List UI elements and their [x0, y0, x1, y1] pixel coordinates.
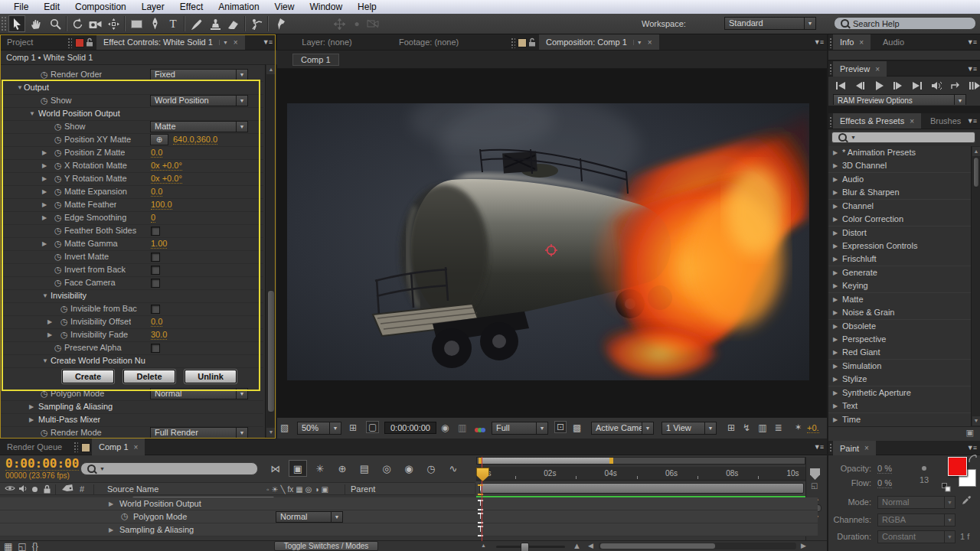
- last-frame-button[interactable]: [909, 79, 925, 92]
- category-row[interactable]: ▶Matte: [828, 293, 971, 307]
- delete-button[interactable]: Delete: [123, 370, 175, 383]
- new-folder-icon[interactable]: ▣: [966, 428, 974, 438]
- stopwatch-icon[interactable]: ◷: [54, 200, 62, 210]
- preview-timecode[interactable]: 0:00:00:00: [384, 422, 436, 434]
- time-ruler[interactable]: 0s02s04s06s08s10s: [476, 467, 805, 481]
- pan-behind-tool[interactable]: [105, 15, 122, 32]
- timeline-tool-icon[interactable]: ◎: [377, 460, 396, 477]
- viewer-option-icon[interactable]: ↯: [743, 422, 750, 433]
- stopwatch-icon[interactable]: ◷: [60, 317, 68, 327]
- panel-menu-icon[interactable]: ▼≡: [814, 443, 823, 451]
- param-dropdown[interactable]: Full Render▼: [150, 427, 248, 439]
- transparency-grid-icon[interactable]: ▩: [573, 422, 581, 433]
- timeline-row[interactable]: ▶Sampling & Aliasing: [0, 523, 818, 536]
- category-row[interactable]: ▶Synthetic Aperture: [828, 386, 971, 400]
- expand-arrow-icon[interactable]: ▶: [833, 336, 838, 343]
- category-row[interactable]: ▶Text: [828, 399, 971, 413]
- stopwatch-icon[interactable]: ◷: [54, 161, 62, 171]
- next-frame-button[interactable]: [890, 79, 906, 92]
- menu-item-window[interactable]: Window: [302, 2, 350, 12]
- zoom-in-mountain-icon[interactable]: ▲: [573, 541, 581, 550]
- tab-comp-timeline[interactable]: Comp 1 ×: [92, 439, 145, 455]
- workspace-dropdown[interactable]: Standard▼: [724, 17, 816, 30]
- expand-arrow-icon[interactable]: ▶: [833, 189, 838, 196]
- unlock-icon[interactable]: [86, 37, 93, 48]
- audio-icon[interactable]: [18, 484, 28, 494]
- close-icon[interactable]: ×: [859, 38, 864, 47]
- panel-grip[interactable]: [74, 442, 78, 452]
- region-of-interest-icon[interactable]: ▧: [280, 422, 289, 433]
- clone-stamp-tool[interactable]: [207, 15, 224, 32]
- eyedropper-icon[interactable]: [962, 495, 972, 507]
- menu-item-composition[interactable]: Composition: [67, 2, 134, 12]
- category-row[interactable]: ▶Color Correction: [828, 213, 971, 227]
- stopwatch-icon[interactable]: ◷: [54, 265, 62, 275]
- timeline-tool-icon[interactable]: ∿: [444, 460, 462, 477]
- panel-color-swatch[interactable]: [75, 38, 84, 47]
- zoom-slider-thumb[interactable]: [521, 543, 529, 551]
- timeline-search-input[interactable]: ▼: [80, 462, 258, 475]
- panel-menu-icon[interactable]: ▼≡: [967, 444, 976, 452]
- param-value[interactable]: 1.00: [151, 239, 167, 249]
- zoom-out-mountain-icon[interactable]: ▲: [481, 543, 486, 548]
- tab-info[interactable]: Info×: [833, 34, 871, 50]
- stopwatch-icon[interactable]: ◷: [54, 252, 62, 262]
- expand-arrow-icon[interactable]: ▶: [833, 416, 838, 423]
- eye-icon[interactable]: [5, 484, 15, 494]
- param-value[interactable]: 640.0,360.0: [173, 135, 217, 145]
- opacity-value[interactable]: 0 %: [877, 464, 892, 474]
- panel-menu-icon[interactable]: ▼≡: [814, 38, 823, 46]
- stopwatch-icon[interactable]: ◷: [60, 304, 68, 314]
- viewer-option-icon[interactable]: ⊞: [727, 422, 735, 433]
- category-row[interactable]: ▶Blur & Sharpen: [828, 186, 971, 200]
- unlock-icon[interactable]: [528, 37, 536, 48]
- rotation-tool[interactable]: [69, 15, 86, 32]
- param-value[interactable]: 0.0: [151, 148, 162, 158]
- view-layout-dropdown[interactable]: 1 View▼: [662, 422, 717, 435]
- menu-item-edit[interactable]: Edit: [36, 2, 67, 12]
- expand-arrow-icon[interactable]: ▶: [833, 203, 838, 210]
- viewer-option-icon[interactable]: ▥: [758, 422, 766, 433]
- expand-arrow-icon[interactable]: ▶: [833, 256, 838, 262]
- work-area-bar[interactable]: [480, 458, 612, 464]
- stopwatch-icon[interactable]: ◷: [54, 343, 62, 353]
- comp-button-icon[interactable]: ◱: [811, 481, 818, 490]
- expand-arrow-icon[interactable]: ▶: [833, 216, 838, 223]
- menu-item-animation[interactable]: Animation: [211, 2, 266, 12]
- category-row[interactable]: ▶Audio: [828, 173, 971, 187]
- type-tool[interactable]: T: [165, 15, 181, 32]
- stopwatch-icon[interactable]: ◷: [54, 174, 62, 184]
- category-row[interactable]: ▶Frischluft: [828, 253, 971, 266]
- param-dropdown[interactable]: Matte▼: [150, 121, 248, 132]
- menu-item-effect[interactable]: Effect: [172, 2, 211, 12]
- selection-tool[interactable]: [8, 15, 25, 32]
- roto-brush-tool[interactable]: [248, 15, 265, 32]
- menu-item-layer[interactable]: Layer: [134, 2, 172, 12]
- menu-item-file[interactable]: File: [6, 2, 36, 12]
- category-row[interactable]: ▶Noise & Grain: [828, 306, 971, 320]
- menu-item-view[interactable]: View: [267, 2, 302, 12]
- viewer-area[interactable]: [277, 69, 827, 417]
- tab-preview[interactable]: Preview×: [833, 61, 887, 77]
- expand-arrow-icon[interactable]: ▶: [42, 162, 47, 169]
- toggle-switches-modes-button[interactable]: Toggle Switches / Modes: [274, 541, 378, 551]
- scrollbar-thumb[interactable]: [267, 290, 275, 412]
- grid-options-icon[interactable]: ⊞: [349, 422, 357, 433]
- parent-header[interactable]: Parent: [351, 484, 375, 494]
- foreground-color-swatch[interactable]: [948, 457, 967, 476]
- solo-icon[interactable]: [32, 487, 38, 492]
- index-column-icon[interactable]: #: [80, 484, 84, 494]
- param-checkbox[interactable]: [151, 344, 160, 353]
- viewer-option-icon[interactable]: ≣: [774, 422, 782, 433]
- close-icon[interactable]: ×: [864, 444, 869, 452]
- category-row[interactable]: ▶Expression Controls: [828, 240, 971, 253]
- expand-arrow-icon[interactable]: ▶: [833, 376, 838, 383]
- window-button-icon[interactable]: ◱: [18, 541, 26, 551]
- close-icon[interactable]: ×: [910, 117, 914, 126]
- param-value[interactable]: 0x +0.0°: [151, 174, 182, 184]
- exposure-icon[interactable]: ✶: [795, 422, 802, 432]
- stopwatch-icon[interactable]: ◷: [121, 511, 129, 521]
- timeline-tool-icon[interactable]: ✳: [311, 460, 329, 477]
- tab-audio[interactable]: Audio: [876, 34, 911, 50]
- scrollbar-thumb[interactable]: [973, 157, 979, 187]
